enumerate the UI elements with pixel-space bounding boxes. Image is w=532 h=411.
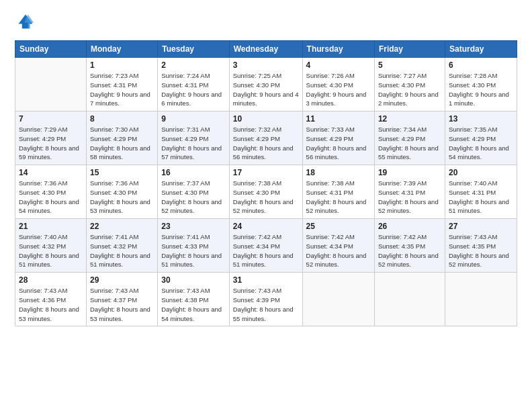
weekday-header-friday: Friday [374, 41, 445, 58]
day-number: 3 [233, 60, 299, 70]
calendar-cell: 2Sunrise: 7:24 AMSunset: 4:31 PMDaylight… [158, 58, 230, 111]
calendar-table: SundayMondayTuesdayWednesdayThursdayFrid… [15, 40, 517, 326]
calendar-cell: 25Sunrise: 7:42 AMSunset: 4:34 PMDayligh… [302, 219, 374, 273]
calendar-cell: 26Sunrise: 7:42 AMSunset: 4:35 PMDayligh… [374, 219, 445, 273]
day-number: 7 [19, 114, 83, 124]
calendar-cell: 24Sunrise: 7:42 AMSunset: 4:34 PMDayligh… [229, 219, 302, 273]
calendar-cell: 8Sunrise: 7:30 AMSunset: 4:29 PMDaylight… [86, 111, 157, 165]
day-number: 1 [90, 60, 154, 70]
day-number: 31 [233, 275, 299, 285]
day-info: Sunrise: 7:37 AMSunset: 4:30 PMDaylight:… [161, 179, 226, 216]
calendar-cell: 16Sunrise: 7:37 AMSunset: 4:30 PMDayligh… [158, 165, 230, 219]
day-info: Sunrise: 7:39 AMSunset: 4:31 PMDaylight:… [378, 179, 441, 216]
calendar-cell: 1Sunrise: 7:23 AMSunset: 4:31 PMDaylight… [86, 58, 157, 111]
weekday-header-thursday: Thursday [302, 41, 374, 58]
day-info: Sunrise: 7:38 AMSunset: 4:31 PMDaylight:… [306, 179, 371, 216]
day-number: 16 [161, 168, 226, 177]
day-number: 9 [161, 114, 226, 124]
calendar-cell: 31Sunrise: 7:43 AMSunset: 4:39 PMDayligh… [229, 273, 302, 326]
calendar-cell: 7Sunrise: 7:29 AMSunset: 4:29 PMDaylight… [15, 111, 87, 165]
calendar-cell: 18Sunrise: 7:38 AMSunset: 4:31 PMDayligh… [302, 165, 374, 219]
calendar-cell: 9Sunrise: 7:31 AMSunset: 4:29 PMDaylight… [158, 111, 230, 165]
day-number: 26 [378, 222, 441, 231]
calendar-cell: 17Sunrise: 7:38 AMSunset: 4:30 PMDayligh… [229, 165, 302, 219]
day-number: 20 [449, 168, 513, 177]
calendar-cell: 29Sunrise: 7:43 AMSunset: 4:37 PMDayligh… [86, 273, 157, 326]
day-number: 30 [161, 275, 226, 285]
calendar-cell: 20Sunrise: 7:40 AMSunset: 4:31 PMDayligh… [445, 165, 517, 219]
day-number: 18 [306, 168, 371, 177]
calendar-week-4: 28Sunrise: 7:43 AMSunset: 4:36 PMDayligh… [15, 273, 517, 326]
day-number: 13 [449, 114, 513, 124]
day-info: Sunrise: 7:36 AMSunset: 4:30 PMDaylight:… [19, 179, 83, 216]
calendar-week-1: 7Sunrise: 7:29 AMSunset: 4:29 PMDaylight… [15, 111, 517, 165]
day-number: 25 [306, 222, 371, 231]
day-info: Sunrise: 7:24 AMSunset: 4:31 PMDaylight:… [161, 71, 226, 108]
calendar-week-3: 21Sunrise: 7:40 AMSunset: 4:32 PMDayligh… [15, 219, 517, 273]
day-info: Sunrise: 7:41 AMSunset: 4:32 PMDaylight:… [90, 232, 154, 269]
header [15, 12, 517, 34]
day-info: Sunrise: 7:42 AMSunset: 4:35 PMDaylight:… [378, 232, 441, 269]
day-info: Sunrise: 7:35 AMSunset: 4:29 PMDaylight:… [449, 125, 513, 162]
weekday-header-wednesday: Wednesday [229, 41, 302, 58]
day-number: 2 [161, 60, 226, 70]
day-info: Sunrise: 7:32 AMSunset: 4:29 PMDaylight:… [233, 125, 299, 162]
calendar-cell: 28Sunrise: 7:43 AMSunset: 4:36 PMDayligh… [15, 273, 87, 326]
day-info: Sunrise: 7:34 AMSunset: 4:29 PMDaylight:… [378, 125, 441, 162]
weekday-header-saturday: Saturday [445, 41, 517, 58]
day-info: Sunrise: 7:42 AMSunset: 4:34 PMDaylight:… [233, 232, 299, 269]
day-info: Sunrise: 7:25 AMSunset: 4:30 PMDaylight:… [233, 71, 299, 108]
day-info: Sunrise: 7:43 AMSunset: 4:38 PMDaylight:… [161, 286, 226, 323]
day-number: 29 [90, 275, 154, 285]
calendar-cell: 15Sunrise: 7:36 AMSunset: 4:30 PMDayligh… [86, 165, 157, 219]
day-number: 28 [19, 275, 83, 285]
weekday-header-tuesday: Tuesday [158, 41, 230, 58]
day-info: Sunrise: 7:23 AMSunset: 4:31 PMDaylight:… [90, 71, 154, 108]
day-number: 23 [161, 222, 226, 231]
day-number: 12 [378, 114, 441, 124]
day-number: 8 [90, 114, 154, 124]
calendar-cell: 22Sunrise: 7:41 AMSunset: 4:32 PMDayligh… [86, 219, 157, 273]
calendar-cell: 11Sunrise: 7:33 AMSunset: 4:29 PMDayligh… [302, 111, 374, 165]
day-info: Sunrise: 7:30 AMSunset: 4:29 PMDaylight:… [90, 125, 154, 162]
calendar-cell: 23Sunrise: 7:41 AMSunset: 4:33 PMDayligh… [158, 219, 230, 273]
weekday-header-monday: Monday [86, 41, 157, 58]
day-info: Sunrise: 7:43 AMSunset: 4:37 PMDaylight:… [90, 286, 154, 323]
calendar-cell [302, 273, 374, 326]
day-number: 11 [306, 114, 371, 124]
calendar-cell: 5Sunrise: 7:27 AMSunset: 4:30 PMDaylight… [374, 58, 445, 111]
logo [15, 12, 35, 34]
calendar-cell: 30Sunrise: 7:43 AMSunset: 4:38 PMDayligh… [158, 273, 230, 326]
day-number: 21 [19, 222, 83, 231]
calendar-cell: 3Sunrise: 7:25 AMSunset: 4:30 PMDaylight… [229, 58, 302, 111]
calendar-cell: 4Sunrise: 7:26 AMSunset: 4:30 PMDaylight… [302, 58, 374, 111]
day-number: 27 [449, 222, 513, 231]
calendar-cell: 13Sunrise: 7:35 AMSunset: 4:29 PMDayligh… [445, 111, 517, 165]
calendar-cell: 12Sunrise: 7:34 AMSunset: 4:29 PMDayligh… [374, 111, 445, 165]
day-number: 5 [378, 60, 441, 70]
day-info: Sunrise: 7:38 AMSunset: 4:30 PMDaylight:… [233, 179, 299, 216]
day-info: Sunrise: 7:29 AMSunset: 4:29 PMDaylight:… [19, 125, 83, 162]
day-info: Sunrise: 7:40 AMSunset: 4:31 PMDaylight:… [449, 179, 513, 216]
day-info: Sunrise: 7:33 AMSunset: 4:29 PMDaylight:… [306, 125, 371, 162]
calendar-cell: 21Sunrise: 7:40 AMSunset: 4:32 PMDayligh… [15, 219, 87, 273]
day-info: Sunrise: 7:43 AMSunset: 4:39 PMDaylight:… [233, 286, 299, 323]
weekday-header-sunday: Sunday [15, 41, 87, 58]
day-info: Sunrise: 7:27 AMSunset: 4:30 PMDaylight:… [378, 71, 441, 108]
day-number: 22 [90, 222, 154, 231]
day-info: Sunrise: 7:26 AMSunset: 4:30 PMDaylight:… [306, 71, 371, 108]
day-info: Sunrise: 7:28 AMSunset: 4:30 PMDaylight:… [449, 71, 513, 108]
day-number: 6 [449, 60, 513, 70]
calendar-week-2: 14Sunrise: 7:36 AMSunset: 4:30 PMDayligh… [15, 165, 517, 219]
day-info: Sunrise: 7:43 AMSunset: 4:35 PMDaylight:… [449, 232, 513, 269]
day-number: 14 [19, 168, 83, 177]
calendar-cell [445, 273, 517, 326]
day-number: 17 [233, 168, 299, 177]
calendar-week-0: 1Sunrise: 7:23 AMSunset: 4:31 PMDaylight… [15, 58, 517, 111]
calendar-cell [15, 58, 87, 111]
day-number: 24 [233, 222, 299, 231]
calendar-cell: 6Sunrise: 7:28 AMSunset: 4:30 PMDaylight… [445, 58, 517, 111]
day-number: 19 [378, 168, 441, 177]
day-number: 10 [233, 114, 299, 124]
day-info: Sunrise: 7:41 AMSunset: 4:33 PMDaylight:… [161, 232, 226, 269]
